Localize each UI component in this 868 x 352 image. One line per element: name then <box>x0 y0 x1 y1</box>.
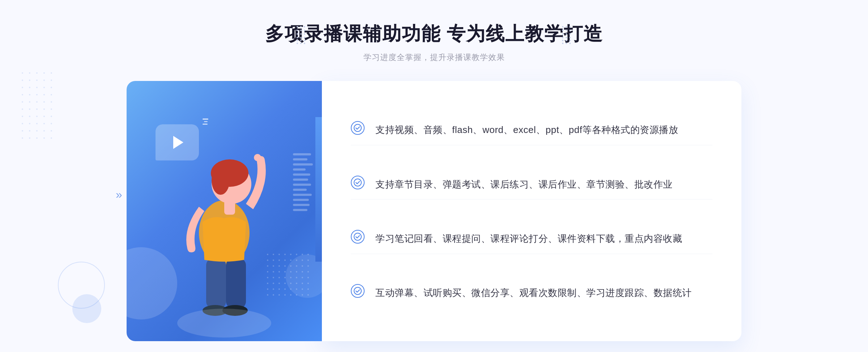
header-dots-right <box>562 26 571 44</box>
check-icon-4 <box>351 284 365 298</box>
svg-rect-6 <box>226 258 246 309</box>
figure-illustration <box>148 117 300 341</box>
svg-point-15 <box>354 287 361 295</box>
header-section: 多项录播课辅助功能 专为线上教学打造 学习进度全掌握，提升录播课教学效果 <box>0 0 868 63</box>
check-icon-3 <box>351 230 365 244</box>
header-dots-left <box>297 26 306 44</box>
svg-point-14 <box>354 233 361 240</box>
page-title: 多项录播课辅助功能 专为线上教学打造 <box>0 22 868 46</box>
svg-point-10 <box>254 154 261 161</box>
svg-point-11 <box>177 309 271 338</box>
svg-rect-5 <box>206 258 226 309</box>
deco-circle-2 <box>58 262 105 309</box>
feature-text-4: 互动弹幕、试听购买、微信分享、观看次数限制、学习进度跟踪、数据统计 <box>375 284 692 301</box>
feature-item-1: 支持视频、音频、flash、word、excel、ppt、pdf等各种格式的资源… <box>351 114 712 145</box>
feature-item-4: 互动弹幕、试听购买、微信分享、观看次数限制、学习进度跟踪、数据统计 <box>351 277 712 308</box>
page-subtitle: 学习进度全掌握，提升录播课教学效果 <box>0 52 868 63</box>
feature-item-2: 支持章节目录、弹题考试、课后练习、课后作业、章节测验、批改作业 <box>351 168 712 200</box>
page-container: const bgDotsContainer = document.querySe… <box>0 0 868 352</box>
feature-item-3: 学习笔记回看、课程提问、课程评论打分、课件资料下载，重点内容收藏 <box>351 223 712 254</box>
feature-text-3: 学习笔记回看、课程提问、课程评论打分、课件资料下载，重点内容收藏 <box>375 230 682 246</box>
illustration-panel: const illusDotsContainer = document.quer… <box>127 81 322 341</box>
content-area: const illusDotsContainer = document.quer… <box>127 81 741 341</box>
feature-text-2: 支持章节目录、弹题考试、课后练习、课后作业、章节测验、批改作业 <box>375 176 673 192</box>
left-chevrons-decoration: » <box>116 188 122 201</box>
svg-rect-4 <box>215 173 222 191</box>
feature-text-1: 支持视频、音频、flash、word、excel、ppt、pdf等各种格式的资源… <box>375 121 678 138</box>
check-icon-1 <box>351 121 365 135</box>
check-icon-2 <box>351 176 365 189</box>
features-panel: 支持视频、音频、flash、word、excel、ppt、pdf等各种格式的资源… <box>322 81 741 341</box>
svg-point-12 <box>354 124 361 132</box>
accent-bar <box>315 117 322 262</box>
svg-rect-9 <box>224 200 235 215</box>
bg-dots-decoration: const bgDotsContainer = document.querySe… <box>22 72 55 142</box>
svg-point-13 <box>354 179 361 186</box>
